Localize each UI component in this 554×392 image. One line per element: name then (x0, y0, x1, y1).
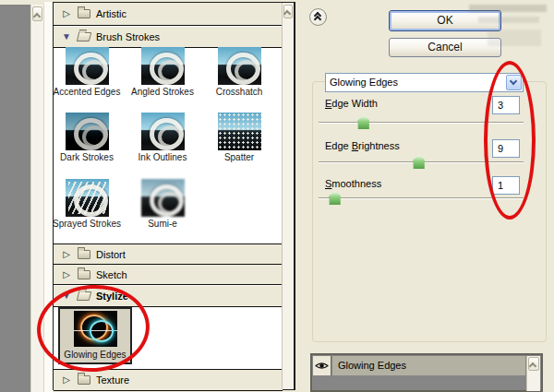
filter-item-label: Spatter (202, 152, 276, 162)
category-texture[interactable]: ▷ Texture (54, 369, 283, 391)
edge-width-value[interactable]: 3 (492, 96, 520, 114)
expand-triangle-icon[interactable]: ▷ (61, 270, 72, 279)
category-stylize[interactable]: ▼ Stylize (54, 286, 283, 307)
chevron-down-icon (510, 77, 517, 85)
filter-list-scrollbar[interactable] (282, 3, 294, 389)
filter-item[interactable]: Crosshatch (202, 47, 276, 97)
slider-thumb[interactable] (358, 115, 369, 129)
smoothness-label: Smoothness (325, 178, 381, 189)
thumbnail-sumi-e[interactable] (141, 179, 185, 217)
expand-triangle-icon[interactable]: ▷ (61, 250, 72, 259)
filter-item-label: Glowing Edges (60, 350, 130, 360)
expand-triangle-icon[interactable]: ▷ (61, 9, 72, 18)
selected-filter-item-glowing-edges[interactable]: Glowing Edges (58, 307, 132, 364)
edge-brightness-label: Edge Brightness (325, 140, 400, 151)
folder-icon (78, 9, 90, 18)
filter-list-scroll-up-button[interactable] (283, 5, 293, 18)
filter-item[interactable]: Angled Strokes (126, 47, 199, 97)
effect-list-scrollbar[interactable] (526, 356, 540, 391)
folder-icon (78, 250, 90, 259)
filter-gallery-dialog: ▷ Artistic ▼ Brush Strokes Accented Edge… (0, 0, 554, 392)
category-distort[interactable]: ▷ Distort (54, 244, 283, 265)
thumbnail-accented-edges[interactable] (66, 47, 109, 85)
filter-item-label: Dark Strokes (50, 152, 124, 162)
filter-category-list: ▷ Artistic ▼ Brush Strokes Accented Edge… (53, 2, 295, 390)
settings-panel: OK Cancel Glowing Edges Edge Width 3 Edg… (296, 0, 554, 392)
category-sketch[interactable]: ▷ Sketch (54, 265, 283, 285)
category-label: Brush Strokes (96, 31, 160, 42)
filter-item[interactable]: Spatter (202, 113, 276, 162)
dropdown-arrow-button[interactable] (506, 75, 522, 90)
ok-button[interactable]: OK (389, 10, 501, 31)
thumbnail-sprayed-strokes[interactable] (66, 179, 109, 217)
open-folder-icon (77, 32, 91, 42)
category-label: Distort (96, 249, 126, 260)
slider-thumb[interactable] (414, 155, 425, 169)
filter-item-label: Sumi-e (126, 219, 199, 229)
slider-track[interactable] (319, 197, 524, 199)
filter-item-label: Ink Outlines (126, 152, 199, 162)
edge-width-label: Edge Width (325, 98, 378, 109)
edge-brightness-slider[interactable] (319, 155, 524, 170)
thumbnail-spatter[interactable] (218, 113, 261, 150)
category-label: Artistic (96, 8, 126, 19)
filter-item-label: Sprayed Strokes (50, 219, 124, 229)
preview-pane-edge (0, 5, 30, 392)
slider-thumb[interactable] (330, 191, 341, 205)
effect-layer-row[interactable]: Glowing Edges (332, 356, 525, 375)
thumbnail-ink-outlines[interactable] (141, 113, 185, 150)
preview-vertical-scrollbar[interactable] (30, 5, 44, 392)
open-folder-icon (77, 291, 91, 301)
filter-item-label: Accented Edges (50, 87, 124, 97)
filter-item-label: Crosshatch (202, 87, 276, 97)
filter-item[interactable]: Sprayed Strokes (50, 179, 124, 229)
smoothness-slider[interactable] (319, 191, 524, 206)
filter-select-dropdown[interactable]: Glowing Edges (325, 73, 524, 92)
collapse-triangle-icon[interactable]: ▼ (61, 291, 72, 301)
category-label: Texture (96, 374, 129, 386)
visibility-toggle[interactable] (313, 356, 331, 375)
folder-icon (78, 375, 90, 385)
filter-item[interactable]: Dark Strokes (50, 113, 124, 162)
folder-icon (78, 270, 90, 279)
effect-layers-panel: Glowing Edges (310, 353, 543, 392)
collapse-triangle-icon[interactable]: ▼ (61, 32, 72, 42)
eye-icon (315, 361, 329, 371)
cancel-button[interactable]: Cancel (389, 38, 501, 57)
edge-width-slider[interactable] (319, 115, 524, 130)
filter-item[interactable]: Sumi-e (126, 179, 199, 229)
expand-triangle-icon[interactable]: ▷ (61, 375, 72, 385)
filter-item-label: Angled Strokes (126, 87, 199, 97)
thumbnail-glowing-edges[interactable] (74, 311, 117, 347)
slider-track[interactable] (319, 122, 524, 124)
effect-list-scroll-up-button[interactable] (528, 357, 539, 371)
category-label: Stylize (96, 291, 128, 302)
dropdown-selected-value: Glowing Edges (330, 77, 398, 88)
chevron-up-icon (283, 10, 291, 18)
category-artistic[interactable]: ▷ Artistic (54, 3, 283, 26)
chevron-up-icon (529, 362, 536, 370)
preview-scroll-up-button[interactable] (32, 6, 42, 21)
collapse-panel-button[interactable] (309, 8, 327, 26)
category-brush-strokes[interactable]: ▼ Brush Strokes (54, 27, 283, 48)
category-label: Sketch (96, 269, 127, 280)
thumbnail-crosshatch[interactable] (218, 47, 261, 85)
filter-item[interactable]: Ink Outlines (126, 113, 199, 162)
thumbnail-angled-strokes[interactable] (141, 47, 185, 85)
filter-item[interactable]: Accented Edges (50, 47, 124, 97)
chevron-up-icon (32, 13, 40, 20)
thumbnail-dark-strokes[interactable] (66, 113, 109, 150)
